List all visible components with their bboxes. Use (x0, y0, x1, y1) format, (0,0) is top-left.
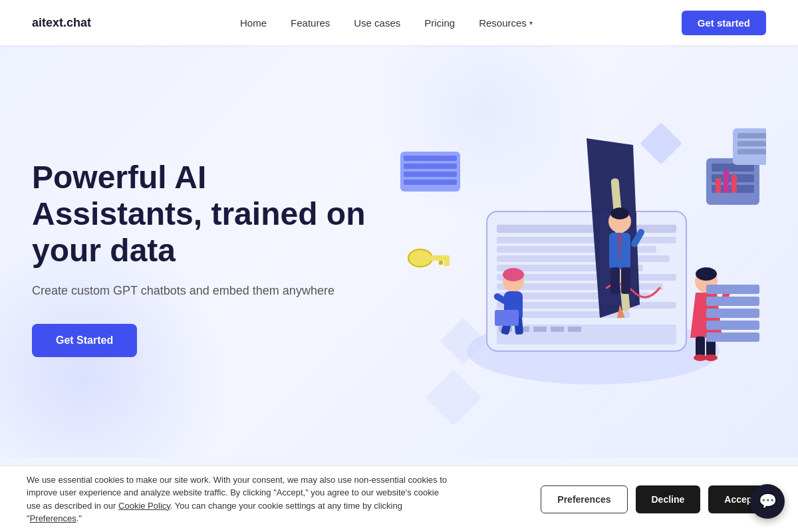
nav-item-features[interactable]: Features (291, 17, 330, 29)
svg-rect-70 (737, 149, 766, 154)
chat-icon: 💬 (759, 493, 777, 510)
svg-rect-28 (533, 327, 547, 332)
svg-rect-71 (640, 122, 682, 165)
hero-title: Powerful AI Assistants, trained on your … (32, 159, 378, 269)
svg-rect-29 (551, 327, 564, 332)
svg-rect-30 (568, 327, 581, 332)
nav-item-resources[interactable]: Resources ▾ (479, 17, 533, 29)
svg-rect-63 (706, 297, 759, 306)
chat-widget-button[interactable]: 💬 (750, 484, 785, 519)
svg-rect-10 (430, 255, 450, 261)
svg-rect-64 (706, 309, 759, 318)
svg-rect-18 (497, 255, 670, 262)
svg-rect-69 (737, 141, 766, 146)
svg-rect-73 (426, 370, 482, 424)
decline-button[interactable]: Decline (636, 485, 701, 513)
svg-rect-8 (404, 180, 457, 185)
hero-subtitle: Create custom GPT chatbots and embed the… (32, 282, 378, 300)
svg-rect-65 (706, 321, 759, 330)
svg-point-54 (704, 354, 718, 361)
svg-rect-45 (610, 267, 620, 294)
hero-section: Powerful AI Assistants, trained on your … (0, 45, 798, 458)
navbar: aitext.chat Home Features Use cases Pric… (0, 0, 798, 45)
nav-links: Home Features Use cases Pricing Resource… (240, 17, 533, 29)
hero-content: Powerful AI Assistants, trained on your … (32, 159, 378, 358)
cookie-banner: We use essential cookies to make our sit… (0, 466, 798, 532)
cookie-policy-link[interactable]: Cookie Policy (118, 501, 170, 511)
svg-point-9 (408, 249, 432, 267)
svg-point-35 (503, 268, 524, 281)
cookie-preferences-inline-link[interactable]: Preferences (30, 513, 76, 523)
svg-rect-11 (444, 261, 450, 266)
svg-rect-51 (696, 336, 705, 356)
svg-rect-5 (404, 156, 457, 161)
chevron-down-icon: ▾ (529, 19, 533, 27)
cookie-buttons: Preferences Decline Accept (541, 485, 771, 513)
svg-rect-61 (732, 175, 737, 193)
svg-rect-23 (497, 302, 676, 309)
svg-rect-59 (716, 178, 721, 193)
cookie-text: We use essential cookies to make our sit… (27, 473, 452, 525)
svg-rect-15 (497, 225, 676, 233)
svg-rect-6 (404, 164, 457, 169)
preferences-button[interactable]: Preferences (541, 485, 627, 513)
svg-rect-12 (439, 261, 443, 265)
svg-rect-16 (497, 237, 676, 243)
hero-get-started-button[interactable]: Get Started (32, 324, 137, 357)
svg-point-49 (696, 267, 717, 281)
nav-item-pricing[interactable]: Pricing (424, 17, 455, 29)
nav-item-home[interactable]: Home (240, 17, 267, 29)
svg-rect-40 (495, 310, 519, 326)
nav-item-use-cases[interactable]: Use cases (354, 17, 400, 29)
svg-rect-46 (621, 267, 630, 294)
nav-get-started-button[interactable]: Get started (682, 11, 766, 35)
illustration-svg (380, 92, 766, 424)
nav-logo[interactable]: aitext.chat (32, 16, 91, 30)
svg-rect-68 (737, 133, 766, 138)
svg-rect-7 (404, 172, 457, 177)
svg-rect-62 (706, 285, 759, 294)
svg-rect-66 (706, 332, 759, 342)
svg-point-42 (610, 207, 629, 219)
hero-illustration (380, 92, 766, 424)
svg-rect-60 (724, 170, 729, 193)
